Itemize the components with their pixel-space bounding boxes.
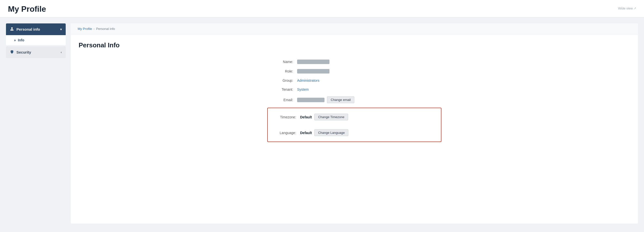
group-label: Group: (267, 76, 297, 85)
wide-view-link[interactable]: Wide view ↗ (618, 7, 636, 10)
expand-icon: ↗ (634, 7, 636, 10)
page-title: My Profile (8, 5, 46, 14)
timezone-value: Default Change Timezone (300, 111, 441, 123)
name-masked (297, 60, 330, 64)
name-label: Name: (267, 57, 297, 66)
sidebar-personal-info-label: Personal info (16, 27, 40, 31)
email-value: Change email (297, 94, 442, 106)
chevron-left-icon: ‹ (61, 51, 62, 54)
change-timezone-button[interactable]: Change Timezone (314, 114, 348, 120)
sidebar-section-security-header[interactable]: Security ‹ (6, 46, 66, 58)
shield-icon (10, 50, 14, 55)
sidebar-section-security: Security ‹ (6, 46, 66, 58)
breadcrumb-current: Personal info (96, 27, 115, 31)
group-link[interactable]: Administrators (297, 79, 319, 83)
wide-view-label: Wide view (618, 7, 633, 10)
timezone-default: Default (300, 115, 312, 119)
sidebar: Personal info ▾ » Info Security (6, 24, 66, 223)
main-layout: Personal info ▾ » Info Security (0, 18, 644, 229)
change-language-button[interactable]: Change Language (314, 129, 348, 136)
info-table: Name: Role: Group: Administrators Tenant… (267, 57, 442, 142)
tenant-label: Tenant: (267, 85, 297, 94)
sidebar-item-info[interactable]: » Info (6, 35, 66, 45)
language-value: Default Change Language (300, 127, 441, 139)
page-header: My Profile Wide view ↗ (0, 0, 644, 18)
tenant-value: System (297, 85, 442, 94)
sidebar-section-personal-info: Personal info ▾ » Info (6, 24, 66, 45)
language-label: Language: (268, 128, 300, 137)
role-masked (297, 69, 330, 74)
change-email-button[interactable]: Change email (327, 96, 354, 103)
breadcrumb-parent[interactable]: My Profile (78, 27, 92, 31)
name-value (297, 57, 442, 67)
group-value: Administrators (297, 76, 442, 85)
sidebar-section-personal-info-header[interactable]: Personal info ▾ (6, 24, 66, 35)
email-label: Email: (267, 95, 297, 104)
arrow-right-icon: » (14, 38, 16, 42)
content-title: Personal Info (79, 41, 630, 49)
highlighted-box: Timezone: Default Change Timezone Langua… (267, 108, 442, 142)
email-masked (297, 98, 324, 102)
role-value (297, 67, 442, 76)
content-area: My Profile › Personal info Personal Info… (71, 24, 638, 223)
language-default: Default (300, 131, 312, 135)
chevron-down-icon: ▾ (60, 28, 62, 31)
content-body: Personal Info Name: Role: Group: Adminis… (71, 34, 638, 149)
sidebar-security-label: Security (16, 50, 31, 54)
breadcrumb: My Profile › Personal info (71, 24, 638, 34)
breadcrumb-separator: › (94, 27, 94, 31)
sidebar-info-label: Info (18, 38, 24, 42)
person-icon (10, 27, 14, 32)
timezone-label: Timezone: (268, 113, 300, 122)
tenant-link[interactable]: System (297, 87, 309, 91)
role-label: Role: (267, 67, 297, 76)
